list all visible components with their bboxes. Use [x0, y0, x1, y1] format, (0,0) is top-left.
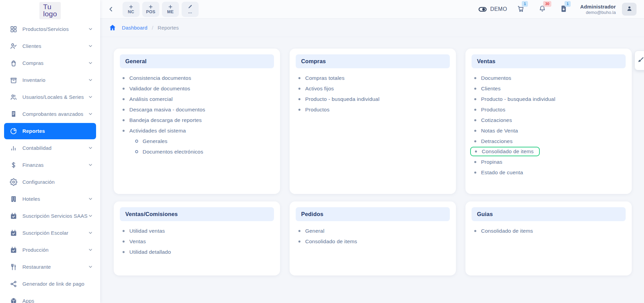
sidebar-item-label: Configuración: [22, 179, 93, 185]
quick-action-label: POS: [146, 10, 155, 14]
report-list-row: Compras totales: [298, 73, 450, 83]
quick-action-pos-button[interactable]: POS: [142, 2, 159, 17]
bullet-dot-icon: [298, 109, 300, 111]
report-link-label: Propinas: [481, 159, 502, 165]
downloads-badge: 1: [565, 1, 571, 7]
card-title: Pedidos: [301, 211, 324, 217]
card-ventas-comisiones: Ventas/ComisionesUtilidad ventasVentasUt…: [114, 201, 280, 275]
report-link-notas-de-venta[interactable]: Notas de Venta: [474, 125, 518, 136]
report-sublink-generales[interactable]: Generales: [135, 136, 167, 146]
sidebar-item-usuarios-locales-series[interactable]: Usuarios/Locales & Series: [0, 89, 100, 106]
sidebar-item-reportes[interactable]: Reportes: [4, 123, 96, 139]
report-link-utilidad-detallado[interactable]: Utilidad detallado: [122, 247, 171, 257]
sidebar-item-suscripcion-servicios-saas[interactable]: Suscripción Servicios SAAS: [0, 208, 100, 225]
card-header: Ventas: [472, 54, 626, 68]
report-link-general[interactable]: General: [298, 226, 325, 236]
sidebar-item-produccion[interactable]: Producción: [0, 242, 100, 259]
report-link-descarga-masiva-documentos[interactable]: Descarga masiva - documentos: [122, 104, 205, 115]
report-list-row: Validador de documentos: [122, 83, 274, 94]
report-link-producto-busqueda-individual[interactable]: Producto - busqueda individual: [298, 94, 380, 104]
report-link-ventas[interactable]: Ventas: [122, 236, 146, 247]
report-link-consolidado-de-items[interactable]: Consolidado de items: [470, 147, 540, 156]
report-link-clientes[interactable]: Clientes: [474, 83, 501, 94]
report-sublink-documentos-electronicos[interactable]: Documentos electrónicos: [135, 146, 203, 157]
report-link-consistencia-documentos[interactable]: Consistencia documentos: [122, 73, 191, 83]
back-chevron-icon[interactable]: [108, 6, 114, 13]
sidebar-item-label: Clientes: [22, 43, 88, 49]
sidebar-item-configuracion[interactable]: Configuración: [0, 174, 100, 191]
report-link-actividades-del-sistema[interactable]: Actividades del sistema: [122, 125, 186, 136]
report-link-cotizaciones[interactable]: Cotizaciones: [474, 115, 512, 125]
card-compras: ComprasCompras totalesActivos fijosProdu…: [290, 49, 456, 194]
sidebar-item-generador-de-link-de-pago[interactable]: Generador de link de pago: [0, 275, 100, 292]
demo-toggle[interactable]: DEMO: [478, 5, 507, 14]
sidebar-item-label: Reportes: [22, 128, 91, 134]
sidebar-item-comprobantes-avanzados[interactable]: Comprobantes avanzados: [0, 106, 100, 123]
sidebar-item-label: Inventario: [22, 77, 88, 83]
breadcrumb-link-dashboard[interactable]: Dashboard: [122, 25, 147, 31]
report-list-row: Clientes: [474, 83, 626, 94]
bullet-dot-icon: [123, 130, 125, 132]
report-link-propinas[interactable]: Propinas: [474, 157, 502, 167]
report-link-activos-fijos[interactable]: Activos fijos: [298, 83, 334, 94]
sidebar: Tu logo Productos/ServiciosClientesCompr…: [0, 0, 100, 303]
sidebar-item-restaurante[interactable]: Restaurante: [0, 259, 100, 275]
user-info: Administrador demo@buho.la: [580, 4, 616, 15]
sidebar-item-finanzas[interactable]: Finanzas: [0, 157, 100, 174]
home-icon[interactable]: [109, 24, 116, 32]
avatar[interactable]: [622, 3, 637, 16]
report-link-compras-totales[interactable]: Compras totales: [298, 73, 345, 83]
report-link-bandeja-descarga-de-reportes[interactable]: Bandeja descarga de reportes: [122, 115, 202, 125]
report-link-detracciones[interactable]: Detracciones: [474, 136, 513, 146]
sidebar-item-label: Finanzas: [22, 162, 88, 168]
notifications-button[interactable]: 30: [538, 5, 546, 14]
card-guias: GuiasConsolidado de items: [465, 201, 632, 275]
report-link-documentos[interactable]: Documentos: [474, 73, 511, 83]
bar-chart-icon: [10, 144, 18, 152]
bullet-dot-icon: [123, 240, 125, 243]
sidebar-item-compras[interactable]: Compras: [0, 55, 100, 72]
cart-button[interactable]: 1: [517, 5, 525, 14]
shopping-bag-icon: [10, 59, 18, 67]
report-link-label: Producto - busqueda individual: [481, 96, 555, 102]
quick-action-more-button[interactable]: ...: [182, 2, 199, 17]
toggle-icon: [478, 5, 487, 14]
report-link-productos[interactable]: Productos: [474, 104, 505, 115]
sidebar-item-label: Suscripción Servicios SAAS: [22, 213, 88, 219]
report-link-validador-de-documentos[interactable]: Validador de documentos: [122, 83, 190, 94]
quick-action-nc-button[interactable]: NC: [123, 2, 140, 17]
quick-action-me-button[interactable]: ME: [162, 2, 179, 17]
report-link-producto-busqueda-individual[interactable]: Producto - busqueda individual: [474, 94, 555, 104]
report-link-analisis-comercial[interactable]: Análisis comercial: [122, 94, 173, 104]
report-link-consolidado-de-items[interactable]: Consolidado de items: [474, 226, 533, 236]
sidebar-item-inventario[interactable]: Inventario: [0, 72, 100, 89]
report-link-utilidad-ventas[interactable]: Utilidad ventas: [122, 226, 165, 236]
bullet-dot-icon: [474, 161, 476, 163]
main-area: NCPOSME... DEMO 1 30 1: [100, 0, 644, 303]
report-link-estado-de-cuenta[interactable]: Estado de cuenta: [474, 167, 523, 178]
report-link-label: Productos: [305, 107, 330, 113]
report-list: Consolidado de items: [472, 226, 626, 236]
sidebar-item-contabilidad[interactable]: Contabilidad: [0, 140, 100, 157]
report-list-row: Detracciones: [474, 136, 626, 146]
report-link-label: Clientes: [481, 86, 501, 92]
sidebar-item-hoteles[interactable]: Hoteles: [0, 191, 100, 208]
theme-customizer-button[interactable]: [634, 51, 644, 70]
report-list-row: Consolidado de items: [474, 226, 626, 236]
topbar: NCPOSME... DEMO 1 30 1: [100, 0, 644, 19]
logo[interactable]: Tu logo: [39, 2, 61, 19]
report-link-productos[interactable]: Productos: [298, 104, 330, 115]
sidebar-item-suscripcion-escolar[interactable]: Suscripción Escolar: [0, 225, 100, 242]
downloads-button[interactable]: 1: [560, 5, 568, 14]
user-check-icon: [10, 42, 18, 50]
report-link-label: Validador de documentos: [129, 86, 190, 92]
sidebar-item-apps[interactable]: Apps: [0, 292, 100, 303]
notifications-badge: 30: [543, 1, 551, 7]
chevron-down-icon: [88, 197, 93, 201]
demo-label: DEMO: [490, 6, 507, 12]
sidebar-item-clientes[interactable]: Clientes: [0, 38, 100, 55]
sidebar-item-label: Compras: [22, 60, 88, 66]
sidebar-item-productos-servicios[interactable]: Productos/Servicios: [0, 21, 100, 38]
report-link-consolidado-de-items[interactable]: Consolidado de items: [298, 236, 357, 247]
cart-badge: 1: [522, 1, 528, 7]
